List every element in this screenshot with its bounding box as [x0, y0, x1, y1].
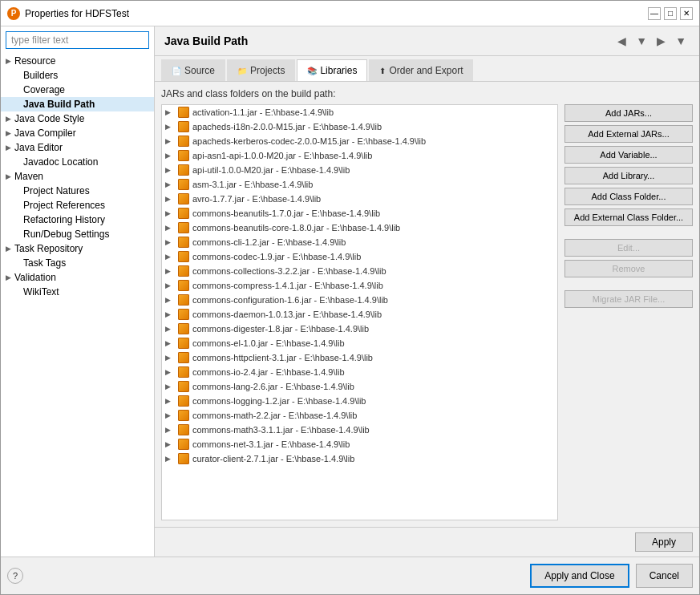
jar-expand-arrow: ▶ — [165, 209, 175, 217]
jar-list-item[interactable]: ▶ commons-codec-1.9.jar - E:\hbase-1.4.9… — [162, 249, 557, 264]
jar-list-item[interactable]: ▶ commons-configuration-1.6.jar - E:\hba… — [162, 293, 557, 307]
tab-order-export[interactable]: ⬆ Order and Export — [369, 59, 473, 81]
jar-list-item[interactable]: ▶ apacheds-i18n-2.0.0-M15.jar - E:\hbase… — [162, 119, 557, 134]
tab-source[interactable]: 📄 Source — [161, 59, 225, 81]
sidebar-item-task-tags[interactable]: Task Tags — [1, 256, 154, 270]
jar-list-item[interactable]: ▶ avro-1.7.7.jar - E:\hbase-1.4.9\lib — [162, 192, 557, 206]
jar-list-item[interactable]: ▶ activation-1.1.jar - E:\hbase-1.4.9\li… — [162, 105, 557, 119]
sidebar-item-javadoc-location[interactable]: Javadoc Location — [1, 155, 154, 169]
jar-icon — [178, 323, 189, 334]
sidebar-tree: ▶ Resource Builders Coverage Java Build … — [1, 54, 154, 557]
cancel-button[interactable]: Cancel — [636, 564, 693, 588]
nav-dropdown-button[interactable]: ▼ — [633, 33, 650, 49]
jar-list-item[interactable]: ▶ commons-daemon-1.0.13.jar - E:\hbase-1… — [162, 307, 557, 322]
title-bar: P Properties for HDFSTest — □ ✕ — [1, 1, 699, 26]
sidebar-item-java-editor[interactable]: ▶ Java Editor — [1, 140, 154, 155]
jar-icon — [178, 107, 189, 118]
jar-list-item[interactable]: ▶ commons-math-2.2.jar - E:\hbase-1.4.9\… — [162, 408, 557, 423]
sidebar-item-run-debug-settings[interactable]: Run/Debug Settings — [1, 227, 154, 241]
jar-list-item[interactable]: ▶ commons-compress-1.4.1.jar - E:\hbase-… — [162, 278, 557, 293]
add-external-class-folder-button[interactable]: Add External Class Folder... — [564, 208, 693, 226]
add-class-folder-button[interactable]: Add Class Folder... — [564, 188, 693, 205]
sidebar-item-project-references[interactable]: Project References — [1, 198, 154, 212]
remove-button[interactable]: Remove — [564, 260, 693, 277]
tab-libraries[interactable]: 📚 Libraries — [297, 59, 367, 81]
maximize-button[interactable]: □ — [664, 7, 677, 20]
apply-close-button[interactable]: Apply and Close — [530, 564, 629, 588]
jar-expand-arrow: ▶ — [165, 411, 175, 419]
sidebar-item-label: Coverage — [23, 84, 65, 95]
jar-expand-arrow: ▶ — [165, 195, 175, 203]
filter-input[interactable] — [6, 31, 149, 49]
jar-list-item[interactable]: ▶ commons-math3-3.1.1.jar - E:\hbase-1.4… — [162, 423, 557, 437]
sidebar-item-refactoring-history[interactable]: Refactoring History — [1, 212, 154, 227]
nav-forward-button[interactable]: ▶ — [653, 33, 669, 49]
close-button[interactable]: ✕ — [680, 7, 693, 20]
sidebar-item-validation[interactable]: ▶ Validation — [1, 270, 154, 285]
sidebar-item-resource[interactable]: ▶ Resource — [1, 54, 154, 68]
add-library-button[interactable]: Add Library... — [564, 167, 693, 184]
add-variable-button[interactable]: Add Variable... — [564, 146, 693, 164]
jar-list-item[interactable]: ▶ api-asn1-api-1.0.0-M20.jar - E:\hbase-… — [162, 148, 557, 163]
jar-list-item[interactable]: ▶ commons-cli-1.2.jar - E:\hbase-1.4.9\l… — [162, 235, 557, 249]
jar-list-item[interactable]: ▶ commons-digester-1.8.jar - E:\hbase-1.… — [162, 322, 557, 336]
add-jars-button[interactable]: Add JARs... — [564, 104, 693, 122]
nav-menu-button[interactable]: ▼ — [672, 33, 690, 49]
sidebar-item-project-natures[interactable]: Project Natures — [1, 184, 154, 198]
migrate-jar-button[interactable]: Migrate JAR File... — [564, 290, 693, 308]
sidebar-item-java-code-style[interactable]: ▶ Java Code Style — [1, 111, 154, 126]
sidebar-item-wikitext[interactable]: WikiText — [1, 285, 154, 299]
jar-list-item[interactable]: ▶ commons-el-1.0.jar - E:\hbase-1.4.9\li… — [162, 336, 557, 350]
minimize-button[interactable]: — — [648, 7, 661, 20]
jar-list[interactable]: ▶ activation-1.1.jar - E:\hbase-1.4.9\li… — [162, 105, 557, 520]
jar-expand-arrow: ▶ — [165, 354, 175, 362]
jar-list-item[interactable]: ▶ commons-collections-3.2.2.jar - E:\hba… — [162, 264, 557, 278]
sidebar-item-builders[interactable]: Builders — [1, 68, 154, 83]
sidebar-item-label: Refactoring History — [23, 214, 105, 225]
jar-expand-arrow: ▶ — [165, 123, 175, 131]
sidebar-item-label: Builders — [23, 70, 58, 81]
nav-back-button[interactable]: ◀ — [614, 33, 629, 49]
apply-button[interactable]: Apply — [635, 532, 693, 552]
jar-list-item[interactable]: ▶ commons-httpclient-3.1.jar - E:\hbase-… — [162, 350, 557, 365]
jar-list-item[interactable]: ▶ commons-net-3.1.jar - E:\hbase-1.4.9\l… — [162, 437, 557, 451]
sidebar-item-java-compiler[interactable]: ▶ Java Compiler — [1, 126, 154, 140]
jar-label: commons-configuration-1.6.jar - E:\hbase… — [192, 295, 388, 305]
window-icon: P — [7, 7, 20, 20]
jar-icon — [178, 352, 189, 363]
title-bar-left: P Properties for HDFSTest — [7, 7, 129, 20]
help-button[interactable]: ? — [7, 568, 23, 584]
jar-icon — [178, 410, 189, 421]
sidebar-item-label: Java Code Style — [14, 113, 84, 124]
jar-list-item[interactable]: ▶ commons-logging-1.2.jar - E:\hbase-1.4… — [162, 394, 557, 408]
jar-list-container: ▶ activation-1.1.jar - E:\hbase-1.4.9\li… — [161, 104, 558, 520]
edit-button[interactable]: Edit... — [564, 239, 693, 257]
panel-title: Java Build Path — [164, 34, 248, 47]
jar-expand-arrow: ▶ — [165, 440, 175, 448]
jar-expand-arrow: ▶ — [165, 267, 175, 275]
tab-projects[interactable]: 📁 Projects — [227, 59, 295, 81]
jar-expand-arrow: ▶ — [165, 152, 175, 160]
jar-label: curator-client-2.7.1.jar - E:\hbase-1.4.… — [192, 454, 354, 463]
add-external-jars-button[interactable]: Add External JARs... — [564, 125, 693, 143]
jar-expand-arrow: ▶ — [165, 224, 175, 232]
sidebar-item-task-repository[interactable]: ▶ Task Repository — [1, 241, 154, 256]
sidebar-item-maven[interactable]: ▶ Maven — [1, 169, 154, 184]
projects-tab-icon: 📁 — [237, 67, 247, 75]
jar-list-item[interactable]: ▶ curator-client-2.7.1.jar - E:\hbase-1.… — [162, 451, 557, 466]
sidebar-item-coverage[interactable]: Coverage — [1, 83, 154, 97]
jar-list-item[interactable]: ▶ asm-3.1.jar - E:\hbase-1.4.9\lib — [162, 177, 557, 192]
jar-list-item[interactable]: ▶ commons-lang-2.6.jar - E:\hbase-1.4.9\… — [162, 379, 557, 394]
sidebar: ▶ Resource Builders Coverage Java Build … — [1, 26, 155, 557]
jar-list-item[interactable]: ▶ api-util-1.0.0-M20.jar - E:\hbase-1.4.… — [162, 163, 557, 177]
jar-icon — [178, 395, 189, 407]
sidebar-item-java-build-path[interactable]: Java Build Path — [1, 97, 154, 111]
jar-list-item[interactable]: ▶ apacheds-kerberos-codec-2.0.0-M15.jar … — [162, 134, 557, 148]
jar-label: commons-net-3.1.jar - E:\hbase-1.4.9\lib — [192, 439, 350, 449]
jar-expand-arrow: ▶ — [165, 455, 175, 463]
expand-arrow: ▶ — [6, 115, 11, 123]
jar-list-item[interactable]: ▶ commons-beanutils-1.7.0.jar - E:\hbase… — [162, 206, 557, 221]
jar-list-item[interactable]: ▶ commons-io-2.4.jar - E:\hbase-1.4.9\li… — [162, 365, 557, 379]
jar-list-item[interactable]: ▶ commons-beanutils-core-1.8.0.jar - E:\… — [162, 221, 557, 235]
sidebar-item-label: Resource — [14, 55, 55, 67]
